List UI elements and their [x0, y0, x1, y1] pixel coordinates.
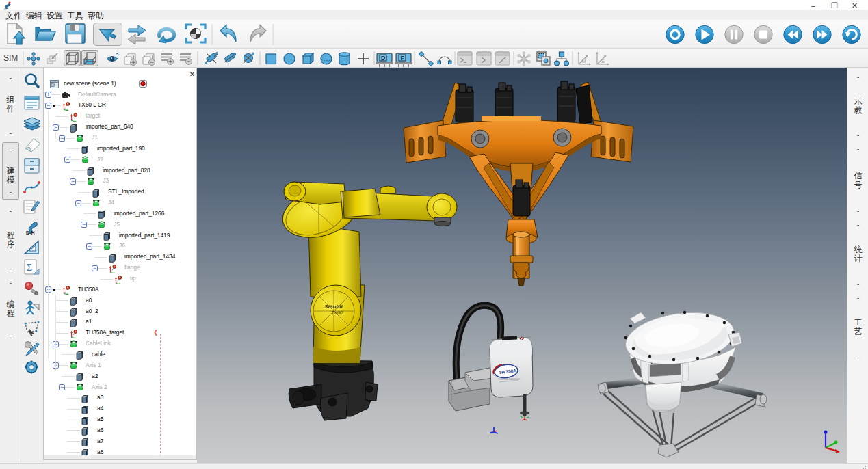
svg-text:D-H: D-H	[26, 230, 34, 235]
svg-text:Stäubli: Stäubli	[324, 304, 343, 310]
svg-text:D: D	[381, 55, 386, 62]
svg-text:M: M	[582, 59, 586, 64]
svg-text:S: S	[601, 59, 605, 64]
svg-text:TX60: TX60	[331, 310, 343, 315]
svg-text:F: F	[401, 55, 405, 62]
svg-text:Σ: Σ	[27, 263, 32, 273]
